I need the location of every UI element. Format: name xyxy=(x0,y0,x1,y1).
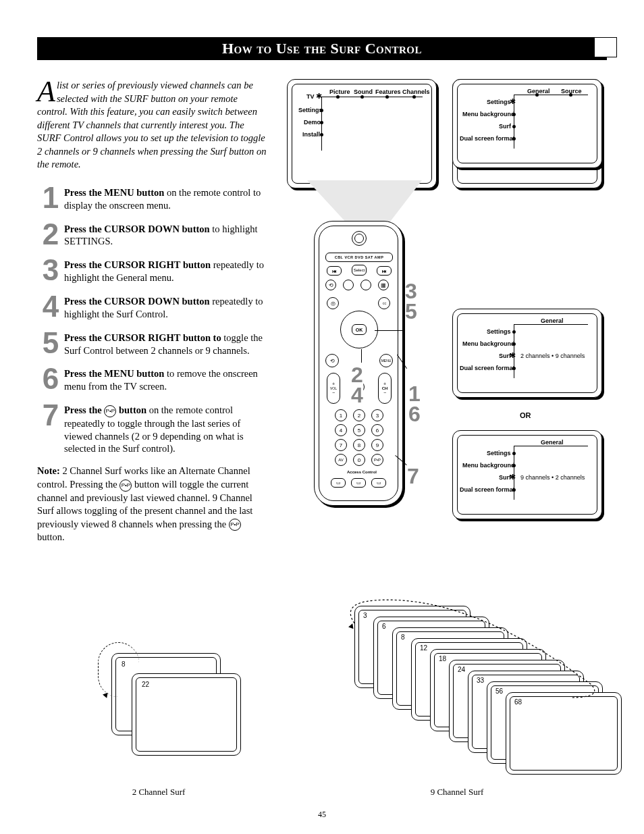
surf9-caption: 9 Channel Surf xyxy=(307,787,607,798)
menu-value: 9 channels • 2 channels xyxy=(520,474,585,481)
av-button: AV xyxy=(335,454,347,466)
select-button: Select xyxy=(352,265,367,276)
note-paragraph: Note: 2 Channel Surf works like an Alter… xyxy=(37,465,267,544)
keypad-3: 3 xyxy=(371,409,383,421)
menu-item: Install xyxy=(302,131,320,138)
keypad-2: 2 xyxy=(353,409,365,421)
menu-item: General xyxy=(541,317,564,324)
keypad-1: 1 xyxy=(335,409,347,421)
menu-item: Picture xyxy=(329,88,350,95)
svg-marker-0 xyxy=(307,180,422,224)
menu-item: Features xyxy=(375,88,401,95)
remote-button: ▭ xyxy=(351,478,366,488)
remote-button xyxy=(343,280,354,290)
callout-6: 6 xyxy=(408,402,421,427)
instructions-column: Alist or series of previously viewed cha… xyxy=(37,79,267,579)
keypad-9: 9 xyxy=(371,439,383,451)
menu-item: Sound xyxy=(354,88,373,95)
pp-icon: P•P xyxy=(104,405,116,417)
step-1: 1 Press the MENU button on the remote co… xyxy=(37,185,267,212)
menu-item: Surf xyxy=(499,123,511,130)
step-number: 6 xyxy=(37,366,64,391)
step-bold: Press the CURSOR RIGHT button xyxy=(64,259,211,270)
remote-label: Access Control xyxy=(347,470,377,474)
menu-button: MENU xyxy=(379,354,393,367)
surf-2-diagram: 8 22 xyxy=(37,633,280,781)
keypad-8: 8 xyxy=(353,439,365,451)
remote-button: ⏭ xyxy=(377,266,392,276)
note-label: Note: xyxy=(37,465,60,476)
step-bold: Press the CURSOR DOWN button xyxy=(64,224,210,234)
cursor-icon: ✱ xyxy=(510,98,516,105)
volume-rocker: +VOL− xyxy=(327,373,340,404)
step-2: 2 Press the CURSOR DOWN button to highli… xyxy=(37,221,267,249)
menu-item: Settings xyxy=(487,328,511,335)
pp-button: P•P xyxy=(371,454,383,466)
cc-button: ㏄ xyxy=(378,297,390,309)
step-number: 1 xyxy=(37,185,64,210)
menu-item: Settings xyxy=(487,450,511,457)
surf-9-diagram: 3 6 8 12 18 24 33 56 68 xyxy=(307,606,607,781)
step-number: 2 xyxy=(37,221,64,246)
menu-item: Menu background xyxy=(462,340,515,347)
keypad-5: 5 xyxy=(353,424,365,436)
menu-screen-surf-9ch: General Settings Menu background Surf ✱ … xyxy=(452,430,602,519)
intro-paragraph: Alist or series of previously viewed cha… xyxy=(37,79,267,172)
remote-button xyxy=(360,280,371,290)
step-bold: Press the MENU button xyxy=(64,187,164,198)
pp-icon: P•P xyxy=(119,479,132,492)
remote-button: ▭ xyxy=(371,478,386,488)
menu-screen-general: Settings ✱ Menu background Surf Dual scr… xyxy=(452,79,602,168)
keypad-4: 4 xyxy=(335,424,347,436)
step-number: 7 xyxy=(37,402,64,427)
device-selector: CBL VCR DVD SAT AMP xyxy=(325,253,393,262)
back-button: ⟲ xyxy=(325,354,339,367)
ok-button: OK xyxy=(352,324,367,335)
intro-text: list or series of previously viewed chan… xyxy=(37,80,266,170)
page-number: 45 xyxy=(37,810,607,820)
menu-value: 2 channels • 9 channels xyxy=(520,353,585,359)
menu-item: Settings xyxy=(298,107,323,113)
menu-item: Menu background xyxy=(462,462,515,469)
cursor-icon: ✱ xyxy=(316,93,322,100)
step-number: 4 xyxy=(37,294,64,319)
menu-item: Dual screen format xyxy=(460,135,515,142)
remote-button: ⏮ xyxy=(327,266,342,276)
note-text: button. xyxy=(37,531,65,542)
menu-item: Dual screen format xyxy=(460,486,515,493)
menu-item: Demo xyxy=(304,119,321,126)
callout-7: 7 xyxy=(407,464,419,489)
cursor-icon: ✱ xyxy=(510,473,516,481)
step-bold: Press the CURSOR RIGHT button to xyxy=(64,332,221,343)
menu-item: Settings xyxy=(487,99,511,105)
step-4: 4 Press the CURSOR DOWN button repeatedl… xyxy=(37,294,267,321)
or-label: OR xyxy=(520,411,531,419)
step-number: 3 xyxy=(37,257,64,282)
menu-item: TV xyxy=(306,93,315,100)
remote-button: ⟲ xyxy=(325,280,336,290)
channel-number: 22 xyxy=(142,681,149,688)
illustration-column: TV ✱ Settings Demo Install Picture Sound… xyxy=(287,79,607,579)
step-bold: Press the CURSOR DOWN button xyxy=(64,296,210,307)
remote-button: ▭ xyxy=(331,478,346,488)
page-tab-icon xyxy=(594,37,617,57)
pp-icon: P•P xyxy=(229,519,241,531)
menu-item: General xyxy=(541,439,564,446)
step-5: 5 Press the CURSOR RIGHT button to toggl… xyxy=(37,330,267,357)
cursor-icon: ✱ xyxy=(510,352,516,359)
step-3: 3 Press the CURSOR RIGHT button repeated… xyxy=(37,257,267,284)
menu-item: Channels xyxy=(402,88,430,95)
loop-arrow-icon xyxy=(334,596,618,711)
keypad-7: 7 xyxy=(335,439,347,451)
menu-item: Menu background xyxy=(462,111,515,118)
menu-screen-tv: TV ✱ Settings Demo Install Picture Sound… xyxy=(287,79,437,188)
callout-4: 4 xyxy=(351,383,363,408)
step-number: 5 xyxy=(37,330,64,355)
surf2-caption: 2 Channel Surf xyxy=(37,787,280,798)
step-bold: button xyxy=(119,405,146,415)
power-button-icon xyxy=(352,231,367,246)
step-6: 6 Press the MENU button to remove the on… xyxy=(37,366,267,393)
keypad-6: 6 xyxy=(371,424,383,436)
menu-screen-surf-2ch: General Settings Menu background Surf ✱ … xyxy=(452,309,602,398)
step-bold: Press the MENU button xyxy=(64,368,164,379)
